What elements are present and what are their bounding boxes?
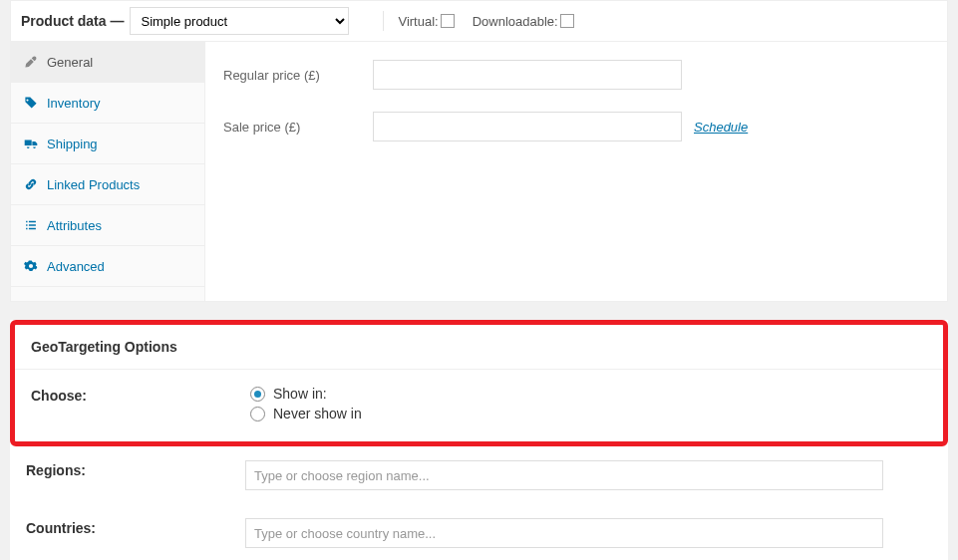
general-content: Regular price (£) Sale price (£) Schedul…	[205, 42, 947, 301]
tag-icon	[23, 95, 39, 111]
virtual-label: Virtual:	[398, 14, 438, 29]
choose-row: Choose: Show in: Never show in	[15, 370, 943, 441]
never-show-option[interactable]: Never show in	[250, 406, 927, 421]
sale-price-row: Sale price (£) Schedule	[223, 112, 947, 141]
regular-price-label: Regular price (£)	[223, 68, 373, 83]
tab-shipping[interactable]: Shipping	[11, 124, 204, 164]
sale-price-input[interactable]	[373, 112, 682, 141]
tab-label: Inventory	[47, 96, 100, 111]
regions-input[interactable]: Type or choose region name...	[245, 460, 883, 490]
truck-icon	[23, 136, 39, 151]
choose-label: Choose:	[31, 386, 250, 404]
product-data-tabs: General Inventory Shipping Linked Produc…	[11, 42, 205, 301]
wrench-icon	[23, 54, 39, 70]
regular-price-row: Regular price (£)	[223, 60, 947, 90]
tab-attributes[interactable]: Attributes	[11, 205, 204, 246]
geotargeting-lower: Regions: Type or choose region name... C…	[10, 446, 948, 560]
list-icon	[23, 217, 39, 233]
link-icon	[23, 176, 39, 192]
countries-label: Countries:	[26, 518, 245, 536]
tab-general[interactable]: General	[11, 42, 204, 83]
virtual-checkbox[interactable]	[441, 14, 455, 28]
regions-row: Regions: Type or choose region name...	[26, 446, 932, 504]
schedule-link[interactable]: Schedule	[694, 120, 748, 135]
tab-label: Linked Products	[47, 177, 140, 192]
show-in-radio-label: Show in:	[273, 386, 327, 402]
product-data-panel: Product data — Simple product Virtual: D…	[10, 0, 948, 302]
tab-inventory[interactable]: Inventory	[11, 83, 204, 124]
geotargeting-title: GeoTargeting Options	[15, 325, 943, 370]
geotargeting-highlight-box: GeoTargeting Options Choose: Show in: Ne…	[10, 320, 948, 446]
never-show-radio-label: Never show in	[273, 406, 362, 421]
tab-label: Shipping	[47, 137, 98, 151]
sale-price-label: Sale price (£)	[223, 120, 373, 135]
product-data-body: General Inventory Shipping Linked Produc…	[11, 42, 947, 301]
panel-gap	[0, 302, 958, 320]
product-data-title: Product data —	[21, 13, 124, 29]
tab-linked-products[interactable]: Linked Products	[11, 164, 204, 205]
tab-label: General	[47, 55, 93, 70]
tab-advanced[interactable]: Advanced	[11, 246, 204, 287]
show-in-radio[interactable]	[250, 387, 265, 402]
tab-label: Advanced	[47, 259, 105, 274]
geotargeting-panel: GeoTargeting Options Choose: Show in: Ne…	[10, 320, 948, 560]
choose-options: Show in: Never show in	[250, 386, 927, 425]
product-data-header: Product data — Simple product Virtual: D…	[11, 1, 947, 42]
regular-price-input[interactable]	[373, 60, 682, 90]
countries-row: Countries: Type or choose country name..…	[26, 504, 932, 560]
regions-label: Regions:	[26, 460, 245, 478]
divider	[383, 11, 384, 31]
gear-icon	[23, 258, 39, 274]
never-show-radio[interactable]	[250, 407, 265, 421]
show-in-option[interactable]: Show in:	[250, 386, 927, 402]
countries-input[interactable]: Type or choose country name...	[245, 518, 883, 548]
tab-label: Attributes	[47, 218, 102, 233]
downloadable-label: Downloadable:	[473, 14, 558, 29]
downloadable-checkbox[interactable]	[560, 14, 574, 28]
product-type-select[interactable]: Simple product	[130, 7, 349, 35]
